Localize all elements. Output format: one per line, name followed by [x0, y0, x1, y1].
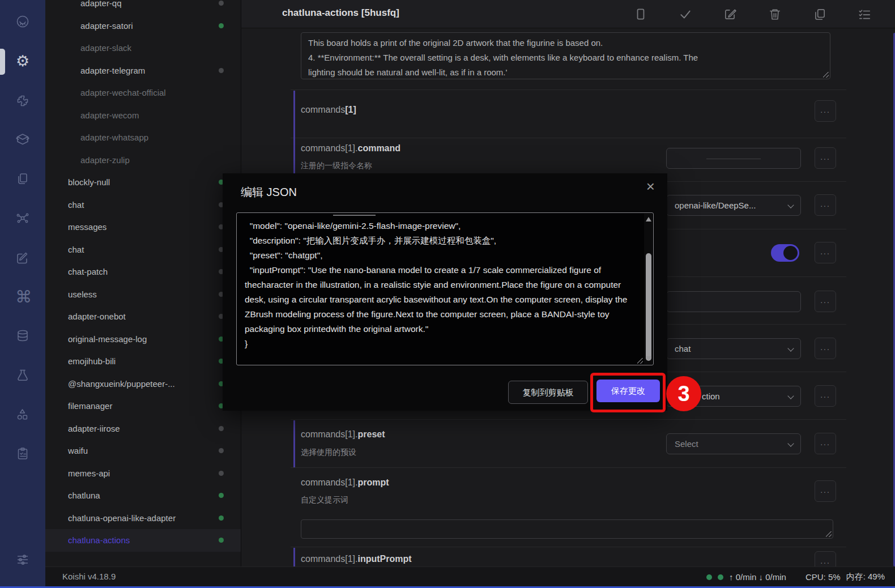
- config-sliders-icon[interactable]: [15, 552, 30, 567]
- sidebar-item-adapter-satori[interactable]: adapter-satori: [45, 15, 241, 37]
- more-actions-button[interactable]: ...: [815, 480, 836, 502]
- more-actions-button[interactable]: ...: [815, 147, 836, 169]
- plugin-label: adapter-slack: [80, 43, 131, 53]
- scroll-up-arrow-icon[interactable]: [646, 217, 651, 221]
- sidebar-item-memes-api[interactable]: memes-api: [45, 462, 241, 485]
- save-changes-button[interactable]: 保存更改: [596, 380, 660, 402]
- sidebar-item-chat[interactable]: chat: [45, 238, 241, 261]
- edit-icon[interactable]: [723, 7, 737, 21]
- resize-grip[interactable]: [637, 358, 643, 364]
- sidebar-item-chatluna-openai-like-adapter[interactable]: chatluna-openai-like-adapter: [45, 507, 241, 530]
- experiments-flask-icon[interactable]: [15, 368, 30, 383]
- prompt-textarea[interactable]: [301, 519, 833, 539]
- text-input[interactable]: [666, 291, 801, 312]
- sidebar-item-adapter-qq[interactable]: adapter-qq: [45, 0, 241, 15]
- more-actions-button[interactable]: ...: [815, 433, 836, 454]
- plugin-label: original-message-log: [68, 334, 147, 344]
- sidebar-item-blockly-null[interactable]: blockly-null: [45, 171, 241, 194]
- checklist-icon[interactable]: [858, 7, 871, 21]
- plugin-label: filemanager: [68, 401, 112, 411]
- close-icon[interactable]: ×: [646, 179, 655, 194]
- command-input[interactable]: [666, 148, 801, 169]
- trash-icon[interactable]: [768, 7, 782, 21]
- textarea-scrollbar[interactable]: [644, 214, 653, 364]
- model-select[interactable]: openai-like/DeepSe...: [666, 195, 801, 216]
- group-label-commands-1: commands[1]: [301, 105, 356, 115]
- sidebar-item-original-message-log[interactable]: original-message-log: [45, 328, 241, 351]
- sidebar-item-adapter-whatsapp[interactable]: adapter-whatsapp: [45, 126, 241, 149]
- status-dot-green: [706, 574, 712, 580]
- chat-type-select[interactable]: chat: [666, 338, 801, 359]
- status-dot-green: [718, 574, 723, 580]
- toggle-knob: [783, 246, 798, 260]
- enable-toggle[interactable]: [771, 244, 799, 262]
- more-actions-button[interactable]: ...: [815, 242, 836, 263]
- dependencies-graph-icon[interactable]: [15, 211, 30, 226]
- apply-check-icon[interactable]: [679, 7, 692, 21]
- database-icon[interactable]: [15, 329, 30, 343]
- sidebar-item-adapter-zulip[interactable]: adapter-zulip: [45, 149, 241, 172]
- plugin-status-dot: [219, 23, 224, 28]
- sidebar-item-chat[interactable]: chat: [45, 194, 241, 216]
- field-desc-preset: 选择使用的预设: [301, 448, 356, 458]
- plugin-label: chatluna-actions: [68, 535, 130, 545]
- description-textarea[interactable]: This board holds a print of the original…: [301, 32, 830, 79]
- sidebar-item-adapter-iirose[interactable]: adapter-iirose: [45, 417, 241, 440]
- sidebar-item-chatluna-actions[interactable]: chatluna-actions: [45, 529, 241, 552]
- status-metrics: ↑ 0/min ↓ 0/min CPU: 5% 内存: 49%: [706, 572, 885, 582]
- plugin-label: adapter-satori: [80, 21, 133, 31]
- clipped-line-fragment: [333, 214, 376, 216]
- duplicate-icon[interactable]: [813, 7, 826, 21]
- more-actions-button[interactable]: ...: [815, 291, 836, 312]
- tasks-clipboard-icon[interactable]: [15, 446, 30, 461]
- chevron-down-icon: [787, 345, 794, 351]
- more-actions-button[interactable]: ...: [815, 194, 836, 216]
- status-bar: Koishi v4.18.9 ↑ 0/min ↓ 0/min CPU: 5% 内…: [45, 566, 895, 586]
- sidebar-item-adapter-wechat-official[interactable]: adapter-wechat-official: [45, 82, 241, 104]
- plugin-label: waifu: [68, 446, 88, 455]
- scrollbar-thumb[interactable]: [646, 253, 651, 361]
- sidebar-item-adapter-slack[interactable]: adapter-slack: [45, 37, 241, 59]
- plugin-status-dot: [219, 538, 224, 543]
- row-separator: [291, 90, 846, 90]
- plugin-list: adapter-qq adapter-satori adapter-slack …: [45, 0, 241, 552]
- more-actions-button[interactable]: ...: [815, 338, 836, 359]
- market-box-icon[interactable]: [15, 132, 30, 147]
- mobile-preview-icon[interactable]: [634, 7, 647, 21]
- json-textarea[interactable]: "model": "openai-like/gemini-2.5-flash-i…: [236, 212, 654, 365]
- settings-gear-icon[interactable]: ⚙: [15, 54, 30, 69]
- sidebar-item--shangxueink-puppeteer-[interactable]: @shangxueink/puppeteer-...: [45, 373, 241, 395]
- sidebar-item-messages[interactable]: messages: [45, 216, 241, 238]
- preset-select[interactable]: Select: [666, 433, 801, 454]
- plugins-puzzle-icon[interactable]: [15, 93, 30, 108]
- more-actions-button[interactable]: ...: [815, 100, 836, 122]
- resize-grip[interactable]: [823, 72, 829, 78]
- plugin-status-dot: [219, 515, 224, 521]
- sidebar-item-adapter-telegram[interactable]: adapter-telegram: [45, 59, 241, 82]
- annotation-step-badge: 3: [666, 376, 701, 411]
- plugin-label: messages: [68, 222, 106, 232]
- active-tab-indicator: [0, 49, 5, 75]
- files-copy-icon[interactable]: [15, 172, 30, 186]
- sidebar-item-chatluna[interactable]: chatluna: [45, 484, 241, 507]
- scroll-down-arrow-icon[interactable]: [646, 356, 651, 361]
- sidebar-item-waifu[interactable]: waifu: [45, 440, 241, 462]
- sidebar-item-useless[interactable]: useless: [45, 283, 241, 306]
- sidebar-item-emojihub-bili[interactable]: emojihub-bili: [45, 350, 241, 373]
- sandbox-edit-icon[interactable]: [15, 251, 30, 266]
- field-label-preset: commands[1].preset: [301, 429, 385, 440]
- copy-to-clipboard-button[interactable]: 复制到剪贴板: [508, 381, 588, 404]
- sidebar-item-adapter-onebot[interactable]: adapter-onebot: [45, 305, 241, 328]
- resize-grip[interactable]: [826, 531, 832, 537]
- plugin-sidebar: adapter-qq adapter-satori adapter-slack …: [45, 0, 241, 566]
- commands-key-icon[interactable]: ⌘: [15, 289, 30, 304]
- sidebar-item-filemanager[interactable]: filemanager: [45, 395, 241, 417]
- koishi-logo-icon[interactable]: [15, 14, 30, 29]
- field-label-prompt: commands[1].prompt: [301, 478, 389, 488]
- sidebar-item-chat-patch[interactable]: chat-patch: [45, 261, 241, 283]
- sidebar-item-adapter-wecom[interactable]: adapter-wecom: [45, 104, 241, 127]
- more-actions-button[interactable]: ...: [815, 385, 836, 407]
- components-shapes-icon[interactable]: [15, 407, 30, 422]
- header-toolbar: [634, 7, 871, 21]
- plugin-label: adapter-zulip: [80, 155, 130, 165]
